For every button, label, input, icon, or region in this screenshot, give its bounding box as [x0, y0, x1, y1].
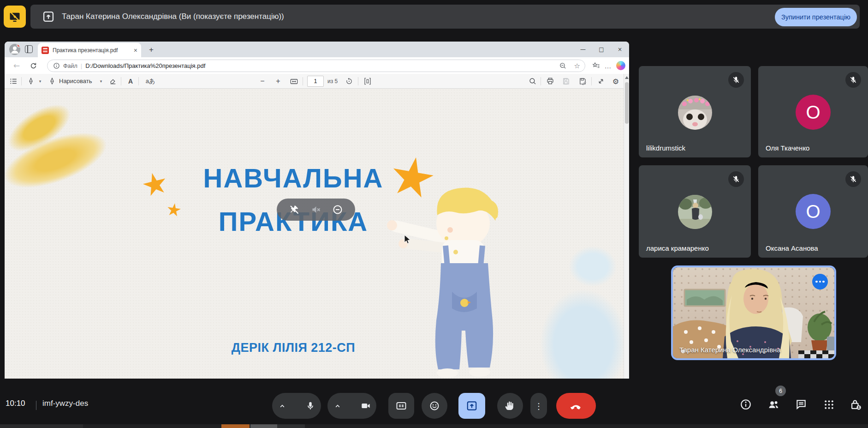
scrollbar-thumb[interactable]	[625, 82, 629, 124]
browser-tab[interactable]: Практика презентація.pdf ×	[38, 43, 141, 57]
participant-tile-larisa-kramarenko[interactable]: лариса крамаренко	[639, 165, 751, 258]
page-view-icon[interactable]	[363, 76, 373, 86]
zoom-in-icon[interactable]: +	[273, 76, 283, 86]
participant-tile-lilikdrumstick[interactable]: lilikdrumstick	[639, 66, 751, 157]
pdf-favicon	[42, 47, 49, 54]
window-maximize-button[interactable]: □	[592, 42, 611, 57]
highlighter-dropdown-icon[interactable]: ▾	[35, 76, 45, 86]
draw-pen-icon[interactable]	[47, 76, 57, 86]
refresh-button[interactable]	[29, 61, 38, 70]
pdf-toolbar: ▾ Нарисовать ▾ A aあ − + из 5	[5, 74, 629, 89]
page-info-icon[interactable]	[53, 62, 60, 69]
self-tile-more-options-button[interactable]	[812, 274, 828, 289]
shared-screen-browser: Практика презентація.pdf × + — □ × ← Фай…	[5, 42, 629, 379]
tab-close-icon[interactable]: ×	[134, 47, 137, 54]
zoom-out-page-icon[interactable]	[559, 62, 567, 70]
window-minimize-button[interactable]: —	[574, 42, 592, 57]
browser-profile-avatar[interactable]	[9, 44, 20, 55]
host-controls-button[interactable]	[849, 398, 862, 411]
participant-tile-olya-tkachenko[interactable]: O Оля Ткаченко	[758, 66, 868, 157]
blue-watercolor-blob	[530, 277, 624, 379]
people-icon	[767, 398, 780, 411]
mic-control-group[interactable]	[272, 393, 321, 419]
fit-width-icon[interactable]	[289, 76, 299, 86]
participant-initial: O	[796, 194, 831, 229]
mic-options-chevron-icon[interactable]	[278, 401, 287, 410]
workspaces-icon[interactable]	[25, 45, 33, 53]
captions-button[interactable]	[388, 393, 414, 419]
toc-icon[interactable]	[8, 76, 18, 86]
participant-name: лариса крамаренко	[646, 244, 709, 252]
stop-presentation-button[interactable]: Зупинити презентацію	[775, 8, 857, 26]
expand-icon[interactable]	[596, 76, 606, 86]
camera-control-group[interactable]	[327, 393, 376, 419]
save-icon[interactable]	[561, 76, 571, 86]
mic-icon[interactable]	[305, 401, 315, 411]
participant-name: Оксана Асанова	[766, 244, 818, 252]
mic-muted-icon	[728, 72, 744, 88]
camera-icon[interactable]	[361, 401, 371, 411]
emoji-icon	[429, 400, 440, 411]
people-panel-button[interactable]	[767, 398, 780, 411]
rotate-icon[interactable]	[344, 76, 354, 86]
reactions-button[interactable]	[422, 393, 447, 419]
avatar-photo	[678, 195, 712, 229]
activities-button[interactable]	[822, 398, 836, 411]
present-indicator-icon	[42, 10, 55, 24]
eraser-icon[interactable]	[108, 76, 118, 86]
url-text: D:/Downloads/Практика%20презентація.pdf	[85, 62, 205, 69]
captions-icon	[396, 400, 407, 411]
draw-label[interactable]: Нарисовать	[59, 78, 92, 84]
chat-panel-button[interactable]	[794, 398, 808, 411]
translate-icon[interactable]: aあ	[143, 76, 158, 86]
present-screen-button-active[interactable]	[458, 393, 485, 419]
browser-tab-strip: Практика презентація.pdf × + — □ ×	[5, 42, 629, 57]
scroll-up-arrow[interactable]	[624, 75, 629, 80]
copilot-icon[interactable]	[616, 61, 625, 70]
new-tab-button[interactable]: +	[146, 44, 157, 55]
slide-author-line: ДЕРІК ЛІЛІЯ 212-СП	[178, 341, 409, 355]
save-as-icon[interactable]	[577, 76, 588, 86]
page-number-input[interactable]	[307, 76, 324, 87]
highlighter-icon[interactable]	[26, 76, 36, 86]
favorites-bar-icon[interactable]	[591, 61, 600, 70]
tab-title: Практика презентація.pdf	[53, 47, 122, 54]
window-close-button[interactable]: ×	[611, 42, 629, 57]
profile-notification-dot	[17, 44, 20, 48]
end-call-button[interactable]	[556, 393, 596, 419]
child-illustration	[381, 182, 516, 379]
browser-settings-menu-icon[interactable]: …	[603, 61, 612, 70]
meeting-details-button[interactable]	[739, 398, 753, 411]
search-icon[interactable]	[528, 76, 538, 86]
end-call-icon	[570, 399, 583, 412]
mic-muted-icon	[728, 171, 744, 187]
meeting-code: imf-ywzy-des	[42, 399, 88, 408]
mouse-cursor	[404, 235, 412, 245]
self-name-label: Таран Катерина Олександрівна	[679, 346, 781, 354]
self-view-tile[interactable]: Таран Катерина Олександрівна	[671, 265, 836, 360]
hand-icon	[505, 400, 516, 411]
camera-options-chevron-icon[interactable]	[333, 401, 342, 410]
presentation-tile-controls	[277, 199, 355, 221]
print-icon[interactable]	[545, 76, 555, 86]
meet-window: Таран Катерина Олександрівна (Ви (показу…	[0, 0, 868, 428]
zoom-out-icon[interactable]: −	[257, 76, 268, 86]
favorite-star-icon[interactable]: ☆	[574, 62, 580, 70]
draw-dropdown-icon[interactable]: ▾	[96, 76, 106, 86]
browser-address-row: ← Файл | D:/Downloads/Практика%20презент…	[5, 57, 629, 74]
self-video-scene	[673, 267, 834, 358]
more-options-button[interactable]: ⋮	[530, 393, 547, 419]
audio-off-icon[interactable]	[310, 204, 322, 216]
browser-scrollbar[interactable]	[624, 74, 629, 379]
back-button[interactable]: ←	[12, 61, 21, 70]
mic-muted-icon	[845, 171, 861, 187]
remove-from-call-icon[interactable]	[332, 204, 344, 216]
pdf-settings-gear-icon[interactable]: ⚙	[611, 76, 621, 86]
raise-hand-button[interactable]	[497, 393, 523, 419]
avatar-photo	[678, 96, 712, 130]
read-aloud-icon[interactable]: A	[125, 76, 136, 86]
participant-tile-oksana-asanova[interactable]: O Оксана Асанова	[758, 165, 868, 258]
unpin-icon[interactable]	[288, 204, 300, 216]
participant-count-badge: 6	[775, 386, 786, 396]
address-bar[interactable]: Файл | D:/Downloads/Практика%20презентац…	[47, 60, 585, 72]
